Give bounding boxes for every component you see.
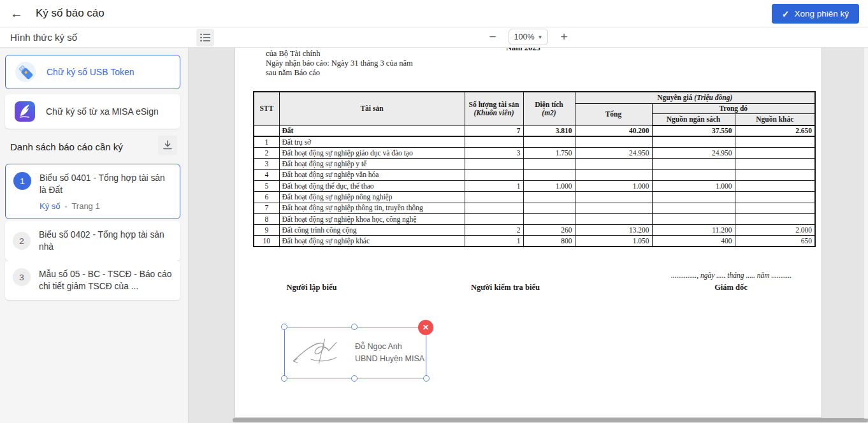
table-cell-other bbox=[735, 169, 815, 180]
toolbar: Hình thức ký số − 100% ▼ + bbox=[0, 28, 868, 48]
report-title: Biểu số 0402 - Tổng hợp tài sản nhà bbox=[39, 229, 174, 253]
sign-report-app: ← Ký số báo cáo ✓ Xong phiên ký Hình thứ… bbox=[0, 0, 868, 423]
resize-handle-top-left[interactable] bbox=[281, 324, 287, 330]
zoom-out-button[interactable]: − bbox=[486, 29, 500, 45]
page-title: Ký số báo cáo bbox=[36, 7, 105, 20]
table-cell-area bbox=[523, 213, 575, 224]
sidebar: Chữ ký số USB Token Chữ ký số từ xa MISA… bbox=[0, 48, 189, 423]
doc-date-line: .............., ngày ..... tháng ..... n… bbox=[671, 271, 792, 279]
table-cell-area: 1.750 bbox=[523, 148, 575, 159]
sign-method-usb-label: Chữ ký số USB Token bbox=[47, 67, 134, 77]
resize-handle-bottom-right[interactable] bbox=[423, 375, 430, 382]
table-cell-stt: 3 bbox=[254, 159, 279, 169]
finish-signing-label: Xong phiên ký bbox=[794, 9, 849, 18]
table-cell-budget bbox=[652, 159, 735, 169]
col-header-trongdo: Trong đó bbox=[652, 103, 815, 113]
table-cell-area: 3.810 bbox=[523, 125, 575, 136]
table-cell-stt: 9 bbox=[254, 225, 279, 236]
table-cell-qty bbox=[465, 159, 523, 169]
signature-widget[interactable]: Đỗ Ngọc Anh UBND Huyện MISA ✕ bbox=[284, 327, 426, 378]
report-item-mau05[interactable]: 3 Mẫu số 05 - BC - TSCĐ - Báo cáo chi ti… bbox=[5, 261, 180, 300]
table-cell-name: Đất hoạt động sự nghiệp văn hóa bbox=[279, 169, 465, 180]
horizontal-scrollbar[interactable] bbox=[233, 418, 868, 422]
document-page: Năm 2023 của Bộ Tài chính Ngày nhận báo … bbox=[235, 48, 822, 418]
title-bar: ← Ký số báo cáo ✓ Xong phiên ký bbox=[0, 0, 868, 27]
back-arrow-icon[interactable]: ← bbox=[8, 4, 25, 22]
download-reports-button[interactable] bbox=[158, 136, 177, 155]
list-view-toggle-button[interactable] bbox=[196, 29, 214, 47]
table-row: 6Đất hoạt động sự nghiệp nông nghiệp bbox=[254, 192, 815, 203]
table-cell-other bbox=[735, 159, 815, 169]
table-cell-budget: 1.000 bbox=[652, 180, 735, 191]
table-cell-name: Đất hoạt động sự nghiệp giáo dục và đào … bbox=[279, 148, 465, 159]
sign-method-usb-token[interactable]: Chữ ký số USB Token bbox=[5, 55, 180, 89]
vertical-scrollbar-track[interactable] bbox=[864, 48, 868, 419]
col-header-stt: STT bbox=[254, 92, 279, 125]
table-cell-total bbox=[575, 213, 652, 224]
table-row: 9Đất công trình công cộng226013.20011.20… bbox=[254, 225, 815, 236]
table-row: 8Đất hoạt động sự nghiệp khoa học, công … bbox=[254, 213, 815, 224]
table-cell-total: 1.000 bbox=[575, 180, 652, 191]
download-icon bbox=[163, 140, 173, 150]
doc-year-clipped: Năm 2023 bbox=[506, 48, 582, 52]
doc-header-text: của Bộ Tài chính Ngày nhận báo cáo: Ngày… bbox=[266, 49, 413, 77]
sign-method-misa-esign[interactable]: Chữ ký số từ xa MISA eSign bbox=[5, 94, 180, 129]
table-row: 2Đất hoạt động sự nghiệp giáo dục và đào… bbox=[254, 148, 815, 159]
table-cell-area bbox=[523, 159, 575, 169]
zoom-level-value: 100% bbox=[514, 32, 535, 41]
table-cell-stt: 8 bbox=[254, 213, 279, 224]
zoom-in-button[interactable]: + bbox=[557, 29, 571, 45]
table-cell-other: 650 bbox=[735, 236, 815, 247]
table-cell-other bbox=[735, 148, 815, 159]
table-cell-area: 800 bbox=[523, 236, 575, 247]
table-cell-other bbox=[735, 136, 815, 147]
table-cell-other: 2.650 bbox=[735, 125, 815, 136]
zoom-level-dropdown[interactable]: 100% ▼ bbox=[509, 29, 548, 45]
resize-handle-top-center[interactable] bbox=[351, 324, 358, 330]
table-cell-stt: 1 bbox=[254, 136, 279, 147]
report-index-badge: 3 bbox=[13, 268, 31, 286]
table-cell-total bbox=[575, 136, 652, 147]
table-cell-qty bbox=[465, 169, 523, 180]
close-icon: ✕ bbox=[423, 323, 429, 332]
resize-handle-bottom-center[interactable] bbox=[351, 375, 358, 382]
asset-summary-table: STT Tài sản Số lượng tài sản (Khuôn viên… bbox=[253, 91, 816, 247]
signer-name: Đỗ Ngọc Anh bbox=[355, 341, 424, 353]
report-status-signed: Ký số bbox=[40, 201, 61, 211]
handwritten-signature bbox=[290, 334, 354, 371]
table-cell-area: 260 bbox=[523, 225, 575, 236]
table-cell-other bbox=[735, 203, 815, 213]
table-cell-qty: 1 bbox=[465, 180, 523, 191]
report-item-0402[interactable]: 2 Biểu số 0402 - Tổng hợp tài sản nhà bbox=[5, 221, 180, 261]
signer-org: UBND Huyện MISA bbox=[355, 353, 424, 365]
table-cell-budget: 11.200 bbox=[652, 225, 735, 236]
table-cell-other: 2.000 bbox=[735, 225, 815, 236]
remove-signature-button[interactable]: ✕ bbox=[418, 320, 433, 335]
zoom-controls: − 100% ▼ + bbox=[486, 29, 571, 45]
resize-handle-bottom-left[interactable] bbox=[281, 375, 287, 382]
list-icon bbox=[200, 33, 210, 42]
table-cell-budget bbox=[652, 169, 735, 180]
table-cell-name: Đất hoạt động sự nghiệp khoa học, công n… bbox=[279, 213, 465, 224]
col-header-area: Diện tích (m2) bbox=[523, 92, 575, 125]
table-cell-stt: 5 bbox=[254, 180, 279, 191]
esign-feather-icon bbox=[14, 101, 36, 122]
report-item-0401[interactable]: 1 Biểu số 0401 - Tổng hợp tài sản là Đất… bbox=[5, 164, 180, 219]
table-cell-budget bbox=[652, 203, 735, 213]
table-cell-budget: 37.550 bbox=[652, 125, 735, 136]
table-cell-qty bbox=[465, 136, 523, 147]
finish-signing-button[interactable]: ✓ Xong phiên ký bbox=[772, 4, 859, 24]
col-header-other: Nguồn khác bbox=[735, 113, 815, 125]
chevron-down-icon: ▼ bbox=[538, 34, 543, 40]
table-cell-stt: 7 bbox=[254, 203, 279, 213]
table-cell-total bbox=[575, 159, 652, 169]
sign-method-esign-label: Chữ ký số từ xa MISA eSign bbox=[46, 106, 159, 117]
sign-title-checker: Người kiểm tra biểu bbox=[458, 283, 553, 292]
table-cell-area bbox=[523, 203, 575, 213]
table-row: 7Đất hoạt động sự nghiệp thông tin, truy… bbox=[254, 203, 815, 213]
status-separator-dot: • bbox=[65, 203, 68, 210]
report-index-badge: 1 bbox=[13, 172, 31, 190]
table-cell-area bbox=[523, 169, 575, 180]
table-cell-stt: 2 bbox=[254, 148, 279, 159]
table-cell-total: 40.200 bbox=[575, 125, 652, 136]
